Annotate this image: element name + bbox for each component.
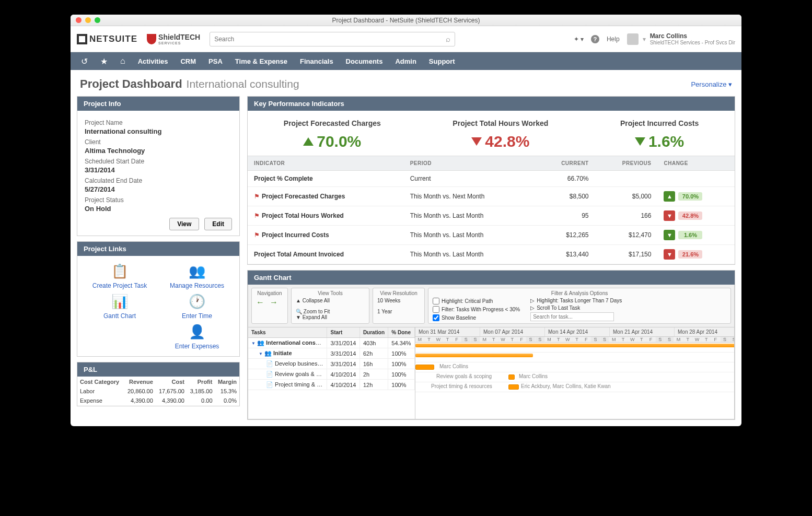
expand-all-button[interactable]: ▼ Expand All — [296, 314, 327, 320]
project-links-panel: Project Links 📋Create Project Task 👥Mana… — [77, 241, 240, 357]
user-menu[interactable]: ▾ Marc Collins ShieldTECH Services - Pro… — [627, 32, 735, 45]
project-links-header: Project Links — [77, 242, 239, 256]
star-icon[interactable]: ★ — [100, 56, 108, 66]
nav-admin[interactable]: Admin — [395, 57, 416, 65]
gantt-bar-row — [415, 353, 734, 362]
filter-progress-checkbox[interactable]: Filter: Tasks With Progress < 30% — [433, 306, 520, 313]
manage-resources-link[interactable]: 👥Manage Resources — [161, 262, 233, 289]
arrow-down-icon — [471, 137, 482, 146]
arrow-down-icon: ▼ — [664, 249, 675, 260]
flag-icon: ⚑ — [254, 193, 260, 200]
table-row[interactable]: ⚑Project Total Hours Worked This Month v… — [248, 206, 735, 226]
gantt-task-row[interactable]: 📄 Review goals & sc... 4/10/20142h100% — [248, 369, 415, 380]
scroll-last-task-link[interactable]: ▷ Scroll To Last Task — [530, 305, 622, 311]
money-icon: 👤 — [188, 323, 206, 341]
highlight-long-tasks-link[interactable]: ▷ Highlight: Tasks Longer Than 7 Days — [530, 298, 622, 303]
gantt-chart-link[interactable]: 📊Gantt Chart — [84, 292, 156, 320]
create-task-link[interactable]: 📋Create Project Task — [84, 262, 156, 289]
user-role: ShieldTECH Services - Prof Svcs Dir — [650, 40, 735, 45]
window-title: Project Dashboard - NetSuite (ShieldTECH… — [332, 17, 480, 24]
search-input[interactable] — [214, 36, 446, 43]
gantt-bar[interactable] — [415, 344, 734, 347]
gantt-task-row[interactable]: 📄 Develop business ... 3/31/201416h100% — [248, 359, 415, 369]
gantt-panel: Gantt Chart Navigation ←→ View Tools ▲ C… — [247, 270, 735, 420]
zoom-fit-button[interactable]: 🔍 Zoom to Fit — [296, 309, 330, 314]
create-new-icon[interactable]: ✦ ▾ — [574, 36, 584, 43]
start-date-value: 3/31/2014 — [85, 166, 232, 174]
project-name-value: International consulting — [85, 127, 232, 135]
gantt-task-row[interactable]: 📄 Project timing & re... 4/10/201412h100… — [248, 380, 415, 390]
home-icon[interactable]: ⌂ — [120, 56, 125, 66]
flag-icon: ⚑ — [254, 231, 260, 239]
gantt-next-icon[interactable]: → — [270, 298, 278, 307]
kpi-card[interactable]: Project Incurred Costs 1.6% — [620, 119, 699, 150]
end-date-value: 5/27/2014 — [85, 185, 232, 193]
arrow-down-icon: ▼ — [664, 210, 675, 221]
gantt-bar-row: Project timing & resourcesEric Ackbury, … — [415, 382, 734, 392]
status-value: On Hold — [85, 205, 232, 213]
collapse-all-button[interactable]: ▲ Collapse All — [296, 298, 330, 303]
help-icon[interactable]: ? — [591, 35, 599, 43]
gantt-task-row[interactable]: ▼ 👥 International consulting 3/31/201440… — [248, 338, 415, 348]
gantt-bar[interactable] — [508, 384, 519, 390]
flag-icon: ⚑ — [254, 212, 260, 219]
arrow-up-icon — [303, 137, 314, 146]
pl-table: Cost CategoryRevenueCostProfitMargin Lab… — [77, 377, 239, 406]
user-name: Marc Collins — [650, 32, 735, 40]
table-row[interactable]: ⚑Project Forecasted Charges This Month v… — [248, 187, 735, 206]
minimize-button[interactable] — [85, 17, 91, 23]
kpi-panel: Key Performance Indicators Project Forec… — [247, 96, 735, 265]
nav-psa[interactable]: PSA — [208, 57, 223, 65]
table-row: Labor20,860.0017,675.003,185.0015.3% — [78, 387, 238, 395]
table-row[interactable]: Project Total Amount Invoiced This Month… — [248, 245, 735, 264]
gantt-bar[interactable] — [415, 365, 434, 370]
gantt-bar-row: Marc Collins — [415, 362, 734, 372]
kpi-card[interactable]: Project Forecasted Charges 70.0% — [284, 119, 381, 150]
page-title: Project Dashboard — [80, 77, 182, 91]
nav-time-expense[interactable]: Time & Expense — [235, 57, 287, 65]
search-icon[interactable]: ⌕ — [446, 34, 450, 43]
gantt-bar[interactable] — [415, 354, 533, 357]
nav-activities[interactable]: Activities — [138, 57, 168, 65]
pl-header: P&L — [77, 362, 239, 377]
clock-icon: 🕐 — [188, 292, 206, 310]
gantt-prev-icon[interactable]: ← — [256, 298, 264, 307]
edit-button[interactable]: Edit — [204, 218, 232, 230]
global-search[interactable]: ⌕ — [210, 32, 455, 46]
gantt-task-row[interactable]: ▼ 👥 Initiate 3/31/201462h100% — [248, 348, 415, 359]
close-button[interactable] — [76, 17, 82, 23]
gantt-header: Gantt Chart — [248, 271, 735, 285]
resolution-1y[interactable]: 1 Year — [377, 309, 392, 314]
netsuite-logo[interactable]: NETSUITE — [77, 34, 137, 44]
kpi-card[interactable]: Project Total Hours Worked 42.8% — [453, 119, 548, 150]
personalize-link[interactable]: Personalize ▾ — [691, 80, 732, 88]
gantt-bar-row — [415, 343, 734, 353]
gantt-bar-row: Review goals & scopingMarc Collins — [415, 372, 734, 382]
arrow-down-icon: ▼ — [664, 230, 675, 240]
help-link[interactable]: Help — [607, 36, 620, 43]
window-titlebar: Project Dashboard - NetSuite (ShieldTECH… — [71, 15, 741, 26]
gantt-search-input[interactable] — [530, 312, 614, 321]
client-value: Altima Technology — [85, 147, 232, 155]
nav-documents[interactable]: Documents — [346, 57, 383, 65]
highlight-critical-checkbox[interactable]: Highlight: Critical Path — [433, 298, 520, 304]
project-info-panel: Project Info Project Name International … — [77, 96, 240, 236]
arrow-down-icon — [635, 137, 645, 146]
table-row[interactable]: Project % Complete Current66.70% — [248, 171, 735, 187]
shieldtech-logo: ShieldTECHSERVICES — [147, 33, 200, 45]
pl-panel: P&L Cost CategoryRevenueCostProfitMargin… — [77, 362, 240, 406]
resolution-10w[interactable]: 10 Weeks — [377, 298, 400, 303]
kpi-header: Key Performance Indicators — [248, 97, 735, 111]
enter-time-link[interactable]: 🕐Enter Time — [161, 292, 233, 320]
enter-expenses-link[interactable]: 👤Enter Expenses — [161, 323, 233, 350]
page-subtitle: International consulting — [187, 78, 299, 90]
view-button[interactable]: View — [169, 218, 199, 230]
gantt-bar[interactable] — [508, 374, 515, 380]
history-icon[interactable]: ↺ — [81, 56, 88, 66]
nav-support[interactable]: Support — [429, 57, 455, 65]
show-baseline-checkbox[interactable]: Show Baseline — [433, 314, 520, 321]
nav-crm[interactable]: CRM — [180, 57, 196, 65]
table-row[interactable]: ⚑Project Incurred Costs This Month vs. L… — [248, 226, 735, 245]
zoom-button[interactable] — [95, 17, 100, 23]
nav-financials[interactable]: Financials — [300, 57, 333, 65]
